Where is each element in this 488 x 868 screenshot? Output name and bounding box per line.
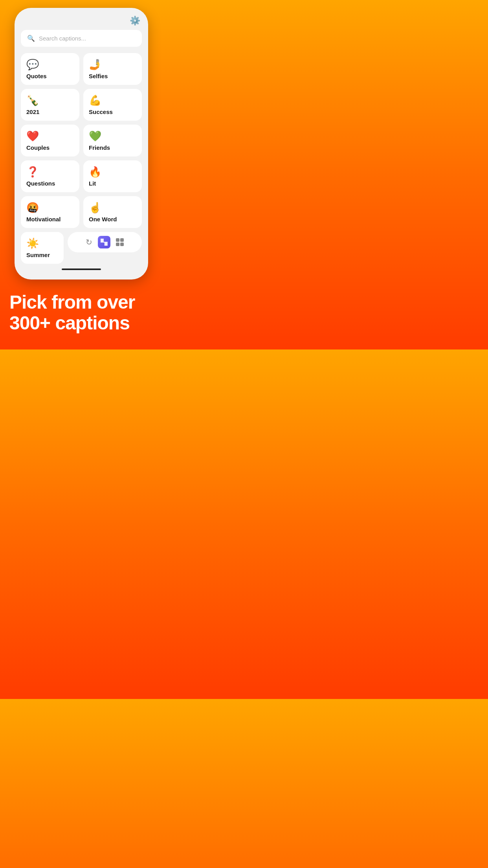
2021-emoji: 🍾 [26,95,74,105]
couples-emoji: ❤️ [26,131,74,141]
couples-label: Couples [26,144,74,151]
questions-emoji: ❓ [26,167,74,177]
category-couples[interactable]: ❤️ Couples [21,125,79,156]
bottom-nav-row: ☀️ Summer ↻ [21,232,142,264]
search-bar[interactable]: 🔍 Search captions... [21,30,142,47]
one-word-label: One Word [89,216,136,223]
headline-line2: 300+ captions [9,313,130,333]
category-questions[interactable]: ❓ Questions [21,160,79,192]
category-summer[interactable]: ☀️ Summer [21,232,64,264]
motivational-emoji: 🤬 [26,202,74,213]
category-2021[interactable]: 🍾 2021 [21,89,79,121]
category-motivational[interactable]: 🤬 Motivational [21,196,79,228]
2021-label: 2021 [26,108,74,115]
category-friends[interactable]: 💚 Friends [83,125,142,156]
lit-emoji: 🔥 [89,167,136,177]
gear-icon[interactable]: ⚙️ [130,16,140,26]
phone-top-bar: ⚙️ [21,16,142,30]
home-active-icon[interactable] [98,236,110,248]
grid-cell-2 [120,238,124,242]
selfies-label: Selfies [89,73,136,79]
friends-label: Friends [89,144,136,151]
categories-grid: 💬 Quotes 🤳 Selfies 🍾 2021 💪 Success ❤️ C… [21,53,142,228]
lit-label: Lit [89,180,136,187]
home-icon-shape [101,239,108,246]
one-word-emoji: ☝️ [89,202,136,213]
grid-cell-3 [116,243,119,246]
category-success[interactable]: 💪 Success [83,89,142,121]
summer-label: Summer [26,252,58,258]
questions-label: Questions [26,180,74,187]
headline: Pick from over 300+ captions [9,292,153,334]
home-bar [62,268,101,270]
friends-emoji: 💚 [89,131,136,141]
category-one-word[interactable]: ☝️ One Word [83,196,142,228]
quotes-emoji: 💬 [26,59,74,70]
selfies-emoji: 🤳 [89,59,136,70]
category-selfies[interactable]: 🤳 Selfies [83,53,142,85]
bottom-text-section: Pick from over 300+ captions [0,280,163,349]
summer-emoji: ☀️ [26,238,58,248]
headline-line1: Pick from over [9,292,135,313]
refresh-icon[interactable]: ↻ [86,237,92,247]
category-quotes[interactable]: 💬 Quotes [21,53,79,85]
search-placeholder: Search captions... [39,35,86,42]
success-emoji: 💪 [89,95,136,105]
motivational-label: Motivational [26,216,74,223]
success-label: Success [89,108,136,115]
grid-cell-4 [120,243,124,246]
grid-icon[interactable] [116,238,124,246]
bottom-nav: ↻ [68,232,142,252]
quotes-label: Quotes [26,73,74,79]
category-lit[interactable]: 🔥 Lit [83,160,142,192]
search-icon: 🔍 [27,35,35,42]
grid-cell-1 [116,238,119,242]
phone-shell: ⚙️ 🔍 Search captions... 💬 Quotes 🤳 Selfi… [15,8,148,280]
